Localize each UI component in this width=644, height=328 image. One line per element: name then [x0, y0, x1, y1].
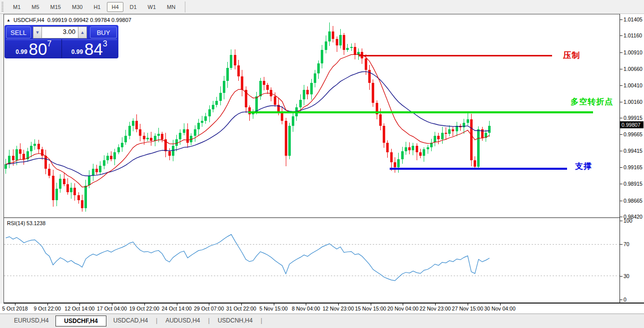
time-axis-tick — [15, 304, 15, 306]
price-axis-label: 1.00160 — [624, 99, 643, 105]
price-axis-label: 0.99915 — [624, 115, 643, 121]
time-axis-label: 5 Oct 2018 — [2, 306, 27, 312]
rsi-axis-tick — [620, 276, 623, 277]
time-axis-label: 9 Oct 22:00 — [34, 306, 61, 312]
volume-input[interactable]: 3.00 — [42, 26, 78, 38]
tab-audusd-h4[interactable]: AUDUSD,H4 — [158, 316, 207, 326]
tab-usdcnh-h4[interactable]: USDCNH,H4 — [211, 316, 260, 326]
tab-eurusd-h4[interactable]: EURUSD,H4 — [7, 316, 55, 326]
price-axis-tick — [620, 102, 623, 102]
time-axis-label: 27 Nov 15:00 — [452, 306, 483, 312]
time-axis-label: 31 Oct 22:00 — [226, 306, 256, 312]
resistance-label: 压制 — [563, 50, 580, 61]
support-label: 支撑 — [575, 161, 592, 172]
price-axis-tick — [620, 69, 623, 69]
time-axis-tick — [306, 304, 306, 306]
chart-title: ▲ USDCHF,H4 0.99919 0.99942 0.99784 0.99… — [6, 17, 131, 23]
time-axis-label: 15 Nov 15:00 — [355, 306, 386, 312]
time-axis-tick — [209, 304, 209, 306]
rsi-axis-label: 70 — [624, 241, 630, 247]
time-axis-tick — [338, 304, 339, 306]
volume-increase-button[interactable]: ▲ — [78, 26, 87, 38]
price-axis-label: 0.98665 — [624, 198, 643, 204]
price-axis-tick — [620, 19, 623, 20]
buy-price-prefix: 0.99 — [71, 47, 83, 57]
time-axis-label: 5 Nov 15:00 — [259, 306, 288, 312]
rsi-axis-label: 0 — [624, 297, 627, 303]
price-chart-pane[interactable]: ▲ USDCHF,H4 0.99919 0.99942 0.99784 0.99… — [4, 14, 620, 217]
collapse-chart-icon[interactable]: ▲ — [6, 18, 10, 22]
time-axis: 5 Oct 20189 Oct 22:0012 Oct 14:0017 Oct … — [0, 304, 644, 314]
rsi-indicator-pane[interactable]: RSI(14) 53.1238 — [4, 218, 620, 303]
timeframe-button-m1[interactable]: M1 — [8, 2, 25, 12]
rsi-axis-tick — [620, 221, 623, 221]
timeframe-button-m5[interactable]: M5 — [27, 2, 43, 12]
price-axis-label: 0.99415 — [624, 148, 643, 154]
price-axis-label: 0.99165 — [624, 164, 643, 170]
price-axis: 1.014051.011601.009101.006601.004101.001… — [620, 14, 644, 303]
sell-button[interactable]: SELL — [6, 26, 31, 38]
sell-price-sup: 7 — [47, 40, 51, 47]
price-axis-label: 1.00660 — [624, 66, 643, 72]
time-axis-tick — [274, 304, 274, 306]
price-axis-label: 1.01405 — [624, 16, 643, 22]
tab-usdchf-h4[interactable]: USDCHF,H4 — [55, 316, 106, 327]
timeframe-button-w1[interactable]: W1 — [143, 2, 161, 12]
timeframe-button-m15[interactable]: M15 — [46, 2, 65, 12]
time-axis-tick — [241, 304, 242, 306]
chart-ohlc-values: 0.99919 0.99942 0.99784 0.99807 — [47, 17, 131, 23]
price-axis-tick — [620, 35, 623, 36]
price-axis-tick — [620, 134, 623, 135]
price-axis-label: 1.00410 — [624, 82, 643, 88]
timeframe-button-m30[interactable]: M30 — [67, 2, 87, 12]
buy-price-sup: 3 — [103, 40, 107, 47]
window-edge — [0, 14, 4, 314]
toolbar-grip-handle[interactable] — [1, 2, 3, 12]
price-axis-label: 1.00910 — [624, 49, 643, 55]
price-axis-label: 0.98915 — [624, 181, 643, 187]
time-axis-label: 24 Oct 14:00 — [161, 306, 191, 312]
mt4-window: M1M5M15M30H1H4D1W1MN ▲ USDCHF,H4 0.99919… — [0, 0, 644, 328]
rsi-axis-label: 30 — [624, 273, 630, 279]
time-axis-tick — [47, 304, 48, 306]
time-axis-label: 12 Nov 23:00 — [323, 306, 354, 312]
timeframe-button-h4[interactable]: H4 — [107, 2, 123, 12]
price-axis-tick — [620, 52, 623, 53]
tab-separator: | — [260, 316, 263, 326]
current-price-tag: 0.99807 — [620, 121, 644, 128]
time-axis-label: 22 Nov 23:00 — [420, 306, 451, 312]
time-axis-tick — [112, 304, 112, 306]
toolbar-separator — [185, 1, 185, 12]
chart-tabs-bar: EURUSD,H4USDCHF,H4USDCAD,H4|AUDUSD,H4|US… — [0, 314, 644, 328]
price-axis-tick — [620, 201, 623, 201]
timeframe-buttons: M1M5M15M30H1H4D1W1MN — [7, 2, 181, 12]
price-axis-tick — [620, 85, 623, 86]
time-axis-tick — [371, 304, 371, 306]
timeframe-button-h1[interactable]: H1 — [89, 2, 105, 12]
sell-price-display[interactable]: 0.99807 — [6, 39, 61, 58]
time-axis-tick — [500, 304, 501, 306]
price-axis-label: 0.99665 — [624, 131, 643, 137]
timeframe-button-mn[interactable]: MN — [162, 2, 180, 12]
price-axis-tick — [620, 118, 623, 118]
time-axis-label: 8 Nov 04:00 — [292, 306, 320, 312]
time-axis-tick — [144, 304, 145, 306]
time-axis-label: 12 Oct 14:00 — [64, 306, 94, 312]
buy-price-big: 84 — [84, 42, 103, 57]
price-axis-label: 1.01160 — [624, 32, 642, 38]
timeframe-button-d1[interactable]: D1 — [125, 2, 141, 12]
time-axis-label: 20 Nov 04:00 — [387, 306, 418, 312]
buy-button[interactable]: BUY — [90, 26, 117, 38]
one-click-trading-panel: SELL ▼ 3.00 ▲ BUY 0.99807 0.99843 — [4, 25, 118, 58]
price-axis-tick — [620, 217, 623, 217]
chart-symbol-period: USDCHF,H4 — [13, 17, 44, 23]
pivot-label: 多空转折点 — [571, 97, 613, 107]
buy-price-display[interactable]: 0.99843 — [62, 39, 117, 58]
rsi-axis-tick — [620, 244, 623, 245]
rsi-chart[interactable] — [4, 218, 620, 303]
rsi-indicator-label: RSI(14) 53.1238 — [7, 220, 45, 226]
tab-usdcad-h4[interactable]: USDCAD,H4 — [106, 316, 155, 326]
price-axis-tick — [620, 167, 623, 168]
volume-decrease-button[interactable]: ▼ — [33, 26, 42, 38]
price-axis-tick — [620, 151, 623, 151]
